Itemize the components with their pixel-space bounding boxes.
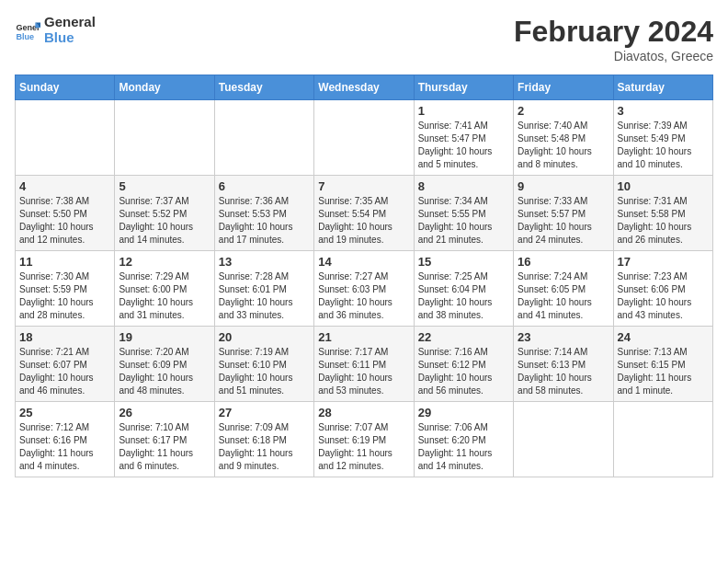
day-info: Sunrise: 7:20 AM Sunset: 6:09 PM Dayligh… — [119, 346, 210, 397]
day-number: 10 — [618, 179, 709, 193]
calendar-week-row: 25Sunrise: 7:12 AM Sunset: 6:16 PM Dayli… — [16, 402, 713, 477]
calendar-cell: 3Sunrise: 7:39 AM Sunset: 5:49 PM Daylig… — [613, 100, 712, 176]
day-number: 5 — [119, 179, 210, 193]
calendar-cell: 21Sunrise: 7:17 AM Sunset: 6:11 PM Dayli… — [314, 327, 414, 402]
calendar-cell: 20Sunrise: 7:19 AM Sunset: 6:10 PM Dayli… — [214, 327, 313, 402]
day-info: Sunrise: 7:06 AM Sunset: 6:20 PM Dayligh… — [418, 421, 509, 473]
calendar-cell: 2Sunrise: 7:40 AM Sunset: 5:48 PM Daylig… — [514, 100, 613, 176]
day-info: Sunrise: 7:17 AM Sunset: 6:11 PM Dayligh… — [318, 346, 409, 397]
calendar-cell: 6Sunrise: 7:36 AM Sunset: 5:53 PM Daylig… — [214, 176, 313, 251]
day-number: 25 — [19, 406, 110, 419]
calendar-cell: 8Sunrise: 7:34 AM Sunset: 5:55 PM Daylig… — [414, 176, 513, 251]
day-number: 28 — [318, 406, 409, 419]
day-info: Sunrise: 7:34 AM Sunset: 5:55 PM Dayligh… — [418, 195, 509, 247]
day-number: 17 — [618, 255, 709, 269]
day-info: Sunrise: 7:25 AM Sunset: 6:04 PM Dayligh… — [418, 270, 509, 322]
day-number: 18 — [19, 330, 110, 344]
calendar-table: SundayMondayTuesdayWednesdayThursdayFrid… — [15, 75, 713, 477]
weekday-header-sunday: Sunday — [16, 75, 115, 100]
day-info: Sunrise: 7:24 AM Sunset: 6:05 PM Dayligh… — [518, 270, 609, 322]
day-info: Sunrise: 7:40 AM Sunset: 5:48 PM Dayligh… — [518, 120, 609, 171]
day-number: 2 — [518, 104, 609, 118]
page-header: General Blue General Blue February 2024 … — [15, 15, 713, 63]
day-number: 13 — [219, 255, 310, 269]
calendar-cell — [115, 100, 214, 176]
weekday-header-wednesday: Wednesday — [314, 75, 414, 100]
day-info: Sunrise: 7:41 AM Sunset: 5:47 PM Dayligh… — [418, 120, 509, 171]
calendar-cell: 16Sunrise: 7:24 AM Sunset: 6:05 PM Dayli… — [514, 251, 613, 327]
day-number: 7 — [318, 179, 409, 193]
calendar-cell: 11Sunrise: 7:30 AM Sunset: 5:59 PM Dayli… — [16, 251, 115, 327]
calendar-cell: 1Sunrise: 7:41 AM Sunset: 5:47 PM Daylig… — [414, 100, 513, 176]
calendar-cell: 12Sunrise: 7:29 AM Sunset: 6:00 PM Dayli… — [115, 251, 214, 327]
day-info: Sunrise: 7:10 AM Sunset: 6:17 PM Dayligh… — [119, 421, 210, 473]
day-info: Sunrise: 7:36 AM Sunset: 5:53 PM Dayligh… — [219, 195, 310, 247]
day-info: Sunrise: 7:21 AM Sunset: 6:07 PM Dayligh… — [19, 346, 110, 397]
day-number: 19 — [119, 330, 210, 344]
calendar-cell: 29Sunrise: 7:06 AM Sunset: 6:20 PM Dayli… — [414, 402, 513, 477]
day-number: 14 — [318, 255, 409, 269]
weekday-header-tuesday: Tuesday — [214, 75, 313, 100]
calendar-cell: 22Sunrise: 7:16 AM Sunset: 6:12 PM Dayli… — [414, 327, 513, 402]
logo: General Blue General Blue — [15, 15, 96, 45]
calendar-cell: 7Sunrise: 7:35 AM Sunset: 5:54 PM Daylig… — [314, 176, 414, 251]
calendar-cell: 4Sunrise: 7:38 AM Sunset: 5:50 PM Daylig… — [16, 176, 115, 251]
day-info: Sunrise: 7:27 AM Sunset: 6:03 PM Dayligh… — [318, 270, 409, 322]
day-number: 16 — [518, 255, 609, 269]
calendar-cell — [514, 402, 613, 477]
calendar-cell — [16, 100, 115, 176]
calendar-week-row: 4Sunrise: 7:38 AM Sunset: 5:50 PM Daylig… — [16, 176, 713, 251]
day-info: Sunrise: 7:12 AM Sunset: 6:16 PM Dayligh… — [19, 421, 110, 473]
calendar-cell: 9Sunrise: 7:33 AM Sunset: 5:57 PM Daylig… — [514, 176, 613, 251]
day-number: 22 — [418, 330, 509, 344]
day-number: 27 — [219, 406, 310, 419]
day-number: 12 — [119, 255, 210, 269]
weekday-header-monday: Monday — [115, 75, 214, 100]
calendar-cell: 13Sunrise: 7:28 AM Sunset: 6:01 PM Dayli… — [214, 251, 313, 327]
day-info: Sunrise: 7:23 AM Sunset: 6:06 PM Dayligh… — [618, 270, 709, 322]
day-info: Sunrise: 7:28 AM Sunset: 6:01 PM Dayligh… — [219, 270, 310, 322]
day-info: Sunrise: 7:33 AM Sunset: 5:57 PM Dayligh… — [518, 195, 609, 247]
calendar-cell: 26Sunrise: 7:10 AM Sunset: 6:17 PM Dayli… — [115, 402, 214, 477]
day-number: 8 — [418, 179, 509, 193]
calendar-cell: 24Sunrise: 7:13 AM Sunset: 6:15 PM Dayli… — [613, 327, 712, 402]
calendar-cell — [214, 100, 313, 176]
calendar-week-row: 18Sunrise: 7:21 AM Sunset: 6:07 PM Dayli… — [16, 327, 713, 402]
day-info: Sunrise: 7:35 AM Sunset: 5:54 PM Dayligh… — [318, 195, 409, 247]
day-info: Sunrise: 7:39 AM Sunset: 5:49 PM Dayligh… — [618, 120, 709, 171]
location-text: Diavatos, Greece — [514, 49, 713, 63]
day-info: Sunrise: 7:31 AM Sunset: 5:58 PM Dayligh… — [618, 195, 709, 247]
day-info: Sunrise: 7:37 AM Sunset: 5:52 PM Dayligh… — [119, 195, 210, 247]
calendar-cell: 10Sunrise: 7:31 AM Sunset: 5:58 PM Dayli… — [613, 176, 712, 251]
calendar-cell: 25Sunrise: 7:12 AM Sunset: 6:16 PM Dayli… — [16, 402, 115, 477]
day-number: 26 — [119, 406, 210, 419]
calendar-cell: 18Sunrise: 7:21 AM Sunset: 6:07 PM Dayli… — [16, 327, 115, 402]
day-info: Sunrise: 7:16 AM Sunset: 6:12 PM Dayligh… — [418, 346, 509, 397]
logo-general-text: General — [44, 15, 96, 30]
day-info: Sunrise: 7:09 AM Sunset: 6:18 PM Dayligh… — [219, 421, 310, 473]
day-number: 24 — [618, 330, 709, 344]
day-info: Sunrise: 7:30 AM Sunset: 5:59 PM Dayligh… — [19, 270, 110, 322]
day-number: 1 — [418, 104, 509, 118]
weekday-header-friday: Friday — [514, 75, 613, 100]
calendar-week-row: 1Sunrise: 7:41 AM Sunset: 5:47 PM Daylig… — [16, 100, 713, 176]
day-info: Sunrise: 7:38 AM Sunset: 5:50 PM Dayligh… — [19, 195, 110, 247]
title-block: February 2024 Diavatos, Greece — [514, 15, 713, 63]
day-number: 21 — [318, 330, 409, 344]
calendar-cell — [314, 100, 414, 176]
calendar-cell: 17Sunrise: 7:23 AM Sunset: 6:06 PM Dayli… — [613, 251, 712, 327]
calendar-cell: 19Sunrise: 7:20 AM Sunset: 6:09 PM Dayli… — [115, 327, 214, 402]
day-number: 6 — [219, 179, 310, 193]
day-number: 29 — [418, 406, 509, 419]
day-number: 4 — [19, 179, 110, 193]
calendar-cell: 5Sunrise: 7:37 AM Sunset: 5:52 PM Daylig… — [115, 176, 214, 251]
day-number: 11 — [19, 255, 110, 269]
day-number: 15 — [418, 255, 509, 269]
day-info: Sunrise: 7:14 AM Sunset: 6:13 PM Dayligh… — [518, 346, 609, 397]
weekday-header-thursday: Thursday — [414, 75, 513, 100]
day-info: Sunrise: 7:07 AM Sunset: 6:19 PM Dayligh… — [318, 421, 409, 473]
day-info: Sunrise: 7:13 AM Sunset: 6:15 PM Dayligh… — [618, 346, 709, 397]
day-number: 3 — [618, 104, 709, 118]
svg-text:Blue: Blue — [16, 31, 34, 40]
day-number: 20 — [219, 330, 310, 344]
